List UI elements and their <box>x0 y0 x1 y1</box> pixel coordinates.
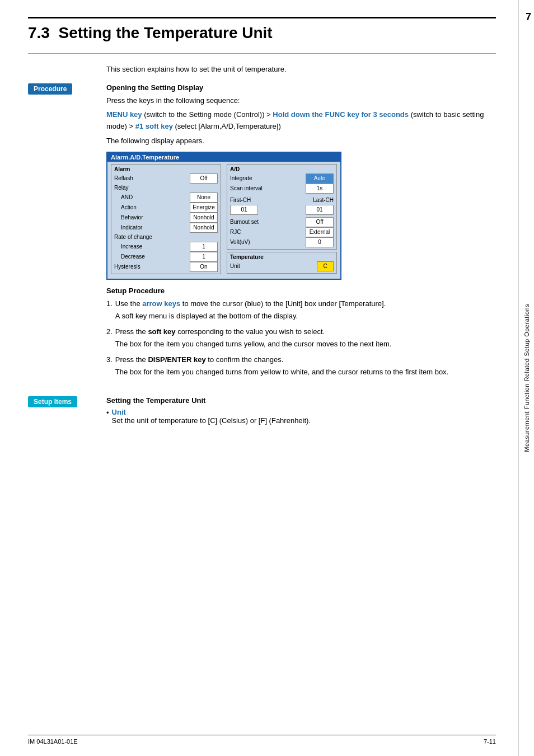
unit-bullet-label: Unit <box>112 408 126 416</box>
step-1-prefix: Use the <box>115 299 142 308</box>
page-header: 7.3 Setting the Temperature Unit <box>28 17 496 42</box>
temperature-group: Temperature Unit C <box>227 252 337 274</box>
reflash-row: Reflash Off <box>114 173 218 184</box>
screen-body: Alarm Reflash Off Relay AND <box>107 162 340 279</box>
step-2-content: Press the soft key corresponding to the … <box>115 326 496 350</box>
step-2-number: 2. <box>106 326 113 350</box>
unit-bullet-desc: Set the unit of temperature to [C] (Cels… <box>112 416 311 425</box>
step-2-sub: The box for the item you changed turns y… <box>115 339 496 350</box>
screen-title-bar: Alarm.A/D.Temperature <box>107 153 340 162</box>
chapter-number: 7 <box>526 11 531 23</box>
hysteresis-row: Hysteresis On <box>114 262 218 272</box>
procedure-section: Procedure Opening the Setting Display Pr… <box>28 83 496 382</box>
scan-interval-row: Scan interval 1s <box>230 184 334 194</box>
step-1-number: 1. <box>106 298 113 322</box>
footer-right: 7-11 <box>484 738 496 745</box>
burnout-row: Burnout set Off <box>230 217 334 227</box>
opening-heading: Opening the Setting Display <box>106 83 496 92</box>
step-1: 1. Use the arrow keys to move the cursor… <box>106 298 496 322</box>
following-display-text: The following display appears. <box>106 135 496 147</box>
menu-key: MENU key <box>106 110 142 119</box>
steps-list: 1. Use the arrow keys to move the cursor… <box>106 298 496 378</box>
title-divider <box>28 53 496 54</box>
setup-items-badge-col: Setup Items <box>28 396 106 428</box>
step-1-sub: A soft key menu is displayed at the bott… <box>115 311 496 322</box>
footer-left: IM 04L31A01-01E <box>28 738 78 745</box>
step-2-bold: soft key <box>148 327 175 336</box>
step-1-content: Use the arrow keys to move the cursor (b… <box>115 298 496 322</box>
step-3: 3. Press the DISP/ENTER key to confirm t… <box>106 354 496 378</box>
and-row: AND None <box>114 192 218 203</box>
alarm-group: Alarm Reflash Off Relay AND <box>111 164 221 274</box>
key-sequence-text: MENU key (switch to the Setting mode (Co… <box>106 109 496 133</box>
ad-group: A/D Integrate Auto Scan interval 1s <box>227 164 337 250</box>
screen-right: A/D Integrate Auto Scan interval 1s <box>227 164 337 276</box>
procedure-badge-col: Procedure <box>28 83 106 382</box>
rjc-row: RJC External <box>230 227 334 237</box>
rate-row: Rate of change <box>114 233 218 242</box>
action-row: Action Energize <box>114 203 218 213</box>
ch-header-row: First-CH Last-CH <box>230 196 334 205</box>
step-3-content: Press the DISP/ENTER key to confirm the … <box>115 354 496 378</box>
side-tab-text: Measurement Function Related Setup Opera… <box>523 304 530 452</box>
section-number: 7.3 <box>28 24 50 41</box>
unit-bullet: • Unit Set the unit of temperature to [C… <box>106 408 496 425</box>
behavior-row: Behavior Nonhold <box>114 213 218 223</box>
indicator-row: Indicator Nonhold <box>114 223 218 233</box>
integrate-row: Integrate Auto <box>230 173 334 184</box>
ch-value-row: 01 01 <box>230 205 334 215</box>
page-container: 7.3 Setting the Temperature Unit This se… <box>0 0 534 756</box>
soft-key: #1 soft key <box>135 122 173 130</box>
step-2: 2. Press the soft key corresponding to t… <box>106 326 496 350</box>
step-3-sub: The box for the item you changed turns f… <box>115 367 496 378</box>
step-3-prefix: Press the <box>115 355 148 364</box>
intro-text: This section explains how to set the uni… <box>106 64 496 75</box>
increase-row: Increase 1 <box>114 242 218 252</box>
step-1-bold: arrow keys <box>142 299 180 308</box>
procedure-content: Opening the Setting Display Press the ke… <box>106 83 496 382</box>
relay-row: Relay <box>114 184 218 192</box>
page-footer: IM 04L31A01-01E 7-11 <box>28 735 496 745</box>
bullet-dot: • <box>106 408 109 417</box>
unit-row: Unit C <box>230 261 334 271</box>
decrease-row: Decrease 1 <box>114 252 218 262</box>
page-title: 7.3 Setting the Temperature Unit <box>28 24 496 42</box>
setup-procedure-heading: Setup Procedure <box>106 287 496 295</box>
step-1-suffix: to move the cursor (blue) to the [Unit] … <box>180 299 386 308</box>
unit-bullet-content: Unit Set the unit of temperature to [C] … <box>112 408 311 425</box>
setup-items-content: Setting the Temperature Unit • Unit Set … <box>106 396 496 428</box>
step-2-prefix: Press the <box>115 327 148 336</box>
hold-key: Hold down the FUNC key for 3 seconds <box>273 110 409 119</box>
press-keys-text: Press the keys in the following sequence… <box>106 95 496 107</box>
side-tab: 7 Measurement Function Related Setup Ope… <box>518 0 534 756</box>
step-2-suffix: corresponding to the value you wish to s… <box>176 327 325 336</box>
volt-row: Volt(uV) 0 <box>230 237 334 247</box>
step-3-bold: DISP/ENTER key <box>148 355 205 364</box>
section-title-text: Setting the Temperature Unit <box>59 24 273 41</box>
procedure-badge: Procedure <box>28 83 72 95</box>
display-screen: Alarm.A/D.Temperature Alarm Reflash Off <box>106 152 341 280</box>
setup-items-badge: Setup Items <box>28 396 77 407</box>
screen-left: Alarm Reflash Off Relay AND <box>111 164 221 276</box>
main-content: 7.3 Setting the Temperature Unit This se… <box>0 0 518 756</box>
setup-items-section: Setup Items Setting the Temperature Unit… <box>28 396 496 428</box>
step-3-number: 3. <box>106 354 113 378</box>
setup-items-heading: Setting the Temperature Unit <box>106 396 496 405</box>
step-3-suffix: to confirm the changes. <box>206 355 284 364</box>
